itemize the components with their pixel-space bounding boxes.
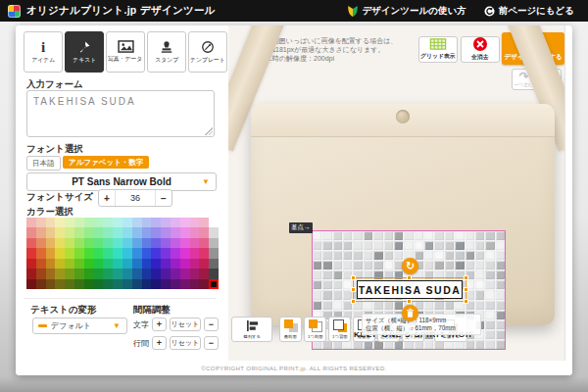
- tab-text[interactable]: テキスト: [65, 31, 104, 73]
- color-swatch[interactable]: [161, 269, 171, 278]
- char-spacing-plus-button[interactable]: +: [152, 318, 167, 331]
- color-swatch[interactable]: [190, 227, 200, 237]
- tab-item[interactable]: i アイテム: [24, 31, 63, 73]
- color-swatch[interactable]: [190, 238, 200, 248]
- color-swatch[interactable]: [142, 279, 152, 289]
- color-swatch[interactable]: [84, 218, 94, 227]
- color-swatch[interactable]: [94, 279, 104, 289]
- color-swatch[interactable]: [36, 279, 46, 289]
- color-swatch[interactable]: [180, 238, 190, 248]
- color-swatch[interactable]: [142, 248, 152, 258]
- color-swatch[interactable]: [161, 259, 171, 269]
- color-swatch[interactable]: [209, 227, 219, 237]
- color-swatch[interactable]: [113, 238, 122, 248]
- color-swatch[interactable]: [103, 259, 113, 269]
- color-swatch[interactable]: [74, 227, 84, 237]
- color-swatch[interactable]: [190, 259, 200, 269]
- color-swatch[interactable]: [26, 218, 36, 227]
- color-swatch[interactable]: [65, 269, 74, 278]
- color-swatch[interactable]: [103, 279, 113, 289]
- color-swatch[interactable]: [132, 238, 142, 248]
- color-swatch[interactable]: [74, 259, 84, 269]
- color-swatch[interactable]: [94, 269, 104, 278]
- color-swatch[interactable]: [151, 259, 161, 269]
- tab-stamp[interactable]: スタンプ: [147, 31, 186, 73]
- line-spacing-minus-button[interactable]: −: [204, 336, 219, 350]
- color-swatch[interactable]: [122, 259, 132, 269]
- back-link[interactable]: 前ページにもどる: [484, 5, 574, 18]
- color-swatch[interactable]: [94, 227, 104, 237]
- align-button[interactable]: 整列する: [231, 317, 272, 342]
- color-swatch[interactable]: [113, 259, 122, 269]
- color-swatch[interactable]: [55, 248, 65, 258]
- color-swatch[interactable]: [26, 259, 36, 269]
- color-swatch[interactable]: [142, 218, 152, 227]
- clear-all-button[interactable]: 全消去: [461, 36, 500, 63]
- color-swatch[interactable]: [151, 238, 161, 248]
- color-swatch[interactable]: [199, 238, 209, 248]
- color-swatch[interactable]: [84, 248, 94, 258]
- color-swatch[interactable]: [122, 269, 132, 278]
- color-swatch[interactable]: [180, 218, 190, 227]
- color-swatch[interactable]: [151, 279, 161, 289]
- color-swatch[interactable]: [103, 218, 113, 227]
- color-swatch[interactable]: [84, 227, 94, 237]
- color-swatch[interactable]: [132, 227, 142, 237]
- color-swatch[interactable]: [65, 248, 74, 258]
- color-swatch[interactable]: [209, 269, 219, 278]
- color-swatch[interactable]: [171, 238, 180, 248]
- color-swatch[interactable]: [84, 269, 94, 278]
- color-swatch[interactable]: [180, 248, 190, 258]
- color-swatch[interactable]: [199, 227, 209, 237]
- color-swatch[interactable]: [84, 259, 94, 269]
- color-swatch[interactable]: [142, 227, 152, 237]
- color-swatch[interactable]: [103, 238, 113, 248]
- color-swatch[interactable]: [199, 218, 209, 227]
- color-swatch[interactable]: [132, 248, 142, 258]
- color-swatch[interactable]: [209, 279, 219, 289]
- color-swatch[interactable]: [55, 279, 65, 289]
- color-swatch[interactable]: [132, 218, 142, 227]
- color-swatch[interactable]: [199, 269, 209, 278]
- tab-template[interactable]: テンプレート: [188, 31, 227, 73]
- color-swatch[interactable]: [122, 227, 132, 237]
- selection-handle[interactable]: [464, 275, 468, 280]
- color-swatch[interactable]: [26, 269, 36, 278]
- char-spacing-minus-button[interactable]: −: [204, 318, 219, 331]
- color-swatch[interactable]: [103, 269, 113, 278]
- color-swatch[interactable]: [74, 269, 84, 278]
- color-swatch[interactable]: [84, 238, 94, 248]
- selection-handle[interactable]: [351, 275, 356, 280]
- color-swatch[interactable]: [161, 238, 171, 248]
- color-swatch[interactable]: [113, 248, 122, 258]
- color-swatch[interactable]: [46, 218, 56, 227]
- selection-handle[interactable]: [351, 299, 356, 304]
- color-swatch[interactable]: [122, 238, 132, 248]
- text-transform-dropdown[interactable]: デフォルト ▼: [32, 318, 127, 334]
- color-swatch[interactable]: [161, 279, 171, 289]
- selection-handle[interactable]: [464, 299, 468, 304]
- color-swatch[interactable]: [171, 259, 180, 269]
- rotate-handle-icon[interactable]: ↻: [402, 258, 418, 274]
- color-swatch[interactable]: [94, 238, 104, 248]
- color-swatch[interactable]: [132, 269, 142, 278]
- color-swatch[interactable]: [209, 248, 219, 258]
- bring-forward-button[interactable]: 1つ前面: [304, 317, 326, 342]
- selection-handle[interactable]: [407, 275, 412, 280]
- color-swatch[interactable]: [46, 259, 56, 269]
- color-swatch[interactable]: [209, 218, 219, 227]
- color-swatch[interactable]: [55, 227, 65, 237]
- char-spacing-reset-button[interactable]: リセット: [170, 318, 201, 331]
- selection-handle[interactable]: [407, 299, 412, 304]
- font-lang-tab-japanese[interactable]: 日本語: [26, 156, 61, 171]
- color-swatch[interactable]: [161, 218, 171, 227]
- color-swatch[interactable]: [36, 248, 46, 258]
- color-swatch[interactable]: [199, 259, 209, 269]
- color-swatch[interactable]: [46, 248, 56, 258]
- selection-handle[interactable]: [464, 287, 468, 292]
- color-swatch[interactable]: [142, 259, 152, 269]
- color-swatch[interactable]: [180, 259, 190, 269]
- color-swatch[interactable]: [151, 218, 161, 227]
- color-swatch[interactable]: [113, 218, 122, 227]
- color-swatch[interactable]: [74, 218, 84, 227]
